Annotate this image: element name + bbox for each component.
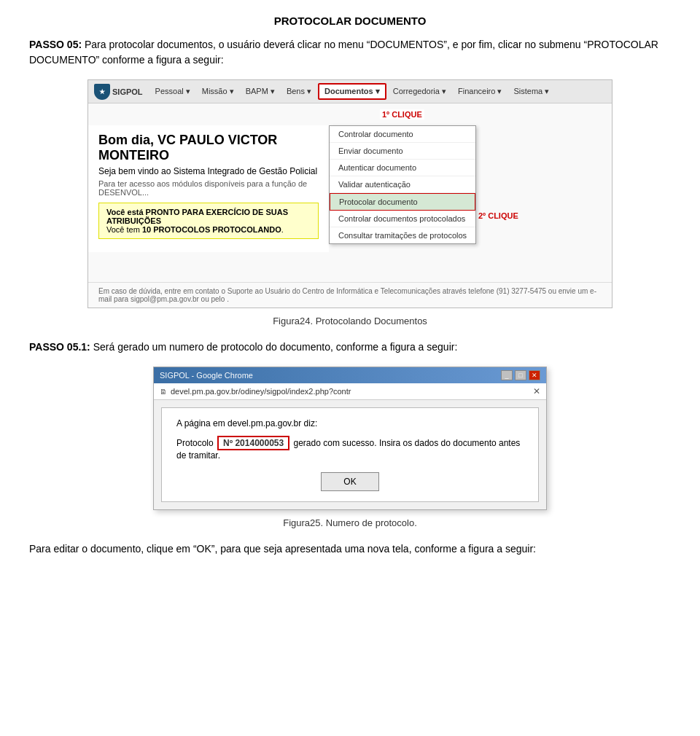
nav-sistema: Sistema ▾ [508, 85, 554, 98]
dropdown-menu: Controlar documento Enviar documento Aut… [329, 125, 476, 244]
nav-pessoal: Pessoal ▾ [150, 85, 195, 98]
dropdown-enviar: Enviar documento [330, 143, 475, 160]
maximize-button[interactable]: □ [515, 370, 526, 380]
url-close-icon[interactable]: ✕ [533, 386, 540, 396]
welcome-small: Para ter acesso aos módulos disponíveis … [98, 179, 319, 197]
dialog-body: A página em devel.pm.pa.gov.br diz: Prot… [161, 407, 539, 502]
nav-bens: Bens ▾ [281, 85, 316, 98]
step-label: PASSO 05: [29, 39, 82, 50]
ok-button[interactable]: OK [321, 472, 378, 491]
protocol-number: Nº 2014000053 [217, 436, 289, 450]
sigpol-footer: Em caso de dúvida, entre em contato o Su… [88, 282, 612, 308]
titlebar-buttons: _ □ ✕ [501, 370, 540, 380]
dialog-title: SIGPOL - Google Chrome [160, 371, 253, 380]
yellow-text1: Você está PRONTO PARA EXERCÍCIO DE SUAS … [106, 208, 311, 225]
nav-bapm: BAPM ▾ [241, 85, 280, 98]
dialog-screenshot: SIGPOL - Google Chrome _ □ ✕ 🗎 devel.pm.… [153, 367, 547, 510]
intro-text: Para protocolar documentos, o usuário de… [29, 39, 658, 66]
yellow-bold2: 10 PROTOCOLOS PROTOCOLANDO [142, 225, 281, 234]
dialog-titlebar: SIGPOL - Google Chrome _ □ ✕ [154, 367, 546, 383]
welcome-sub: Seja bem vindo ao Sistema Integrado de G… [98, 166, 319, 176]
dialog-protocol-line: Protocolo Nº 2014000053 gerado com suces… [176, 436, 524, 461]
figure1-caption: Figura24. Protocolando Documentos [29, 316, 671, 326]
nav-corregedoria: Corregedoria ▾ [388, 85, 451, 98]
dropdown-consultar: Consultar tramitações de protocolos [330, 227, 475, 243]
yellow-banner: Você está PRONTO PARA EXERCÍCIO DE SUAS … [98, 203, 319, 239]
yellow-text2: Você tem 10 PROTOCOLOS PROTOCOLANDO. [106, 225, 311, 234]
welcome-title: Bom dia, VC PAULO VICTOR MONTEIRO [98, 133, 319, 163]
dropdown-autenticar: Autenticar documento [330, 160, 475, 176]
dropdown-protocolar: Protocolar documento [330, 193, 475, 211]
step2-paragraph: PASSO 05.1: Será gerado um numero de pro… [29, 340, 671, 355]
logo-text: SIGPOL [112, 87, 143, 96]
yellow-bold1: Você está PRONTO PARA EXERCÍCIO DE SUAS … [106, 208, 288, 225]
figure2-caption: Figura25. Numero de protocolo. [29, 517, 671, 528]
step2-text: Será gerado um numero de protocolo do do… [93, 341, 458, 353]
minimize-button[interactable]: _ [501, 370, 513, 380]
sigpol-navbar: ★ SIGPOL Pessoal ▾ Missão ▾ BAPM ▾ Bens … [88, 80, 612, 103]
sigpol-main-area: 1º CLIQUE Controlar documento Enviar doc… [88, 103, 612, 308]
dialog-body-title: A página em devel.pm.pa.gov.br diz: [176, 418, 524, 428]
close-button[interactable]: ✕ [529, 370, 540, 380]
first-click-label: 1º CLIQUE [380, 109, 424, 120]
intro-paragraph: PASSO 05: Para protocolar documentos, o … [29, 37, 671, 68]
dropdown-controlar: Controlar documento [330, 126, 475, 143]
sigpol-logo: ★ SIGPOL [94, 84, 143, 100]
dropdown-validar: Validar autenticação [330, 176, 475, 193]
sigpol-screenshot: ★ SIGPOL Pessoal ▾ Missão ▾ BAPM ▾ Bens … [88, 79, 612, 308]
second-click-label: 2º CLIQUE [478, 211, 518, 220]
sigpol-content: Bom dia, VC PAULO VICTOR MONTEIRO Seja b… [88, 125, 329, 252]
dropdown-controlar-protocolados: Controlar documentos protocolados [330, 211, 475, 227]
nav-missao: Missão ▾ [197, 85, 239, 98]
shield-icon: ★ [94, 84, 110, 100]
nav-documentos: Documentos ▾ [318, 83, 386, 100]
url-bar: 🗎 devel.pm.pa.gov.br/odiney/sigpol/index… [154, 383, 546, 400]
last-paragraph: Para editar o documento, clique em “OK”,… [29, 541, 671, 557]
nav-financeiro: Financeiro ▾ [453, 85, 507, 98]
protocol-prefix: Protocolo [176, 438, 214, 448]
dropdown-list: Controlar documento Enviar documento Aut… [329, 125, 476, 244]
page-icon: 🗎 [160, 388, 167, 396]
url-text: devel.pm.pa.gov.br/odiney/sigpol/index2.… [171, 387, 351, 396]
step2-label: PASSO 05.1: [29, 341, 90, 353]
page-title: PROTOCOLAR DOCUMENTO [29, 15, 671, 27]
